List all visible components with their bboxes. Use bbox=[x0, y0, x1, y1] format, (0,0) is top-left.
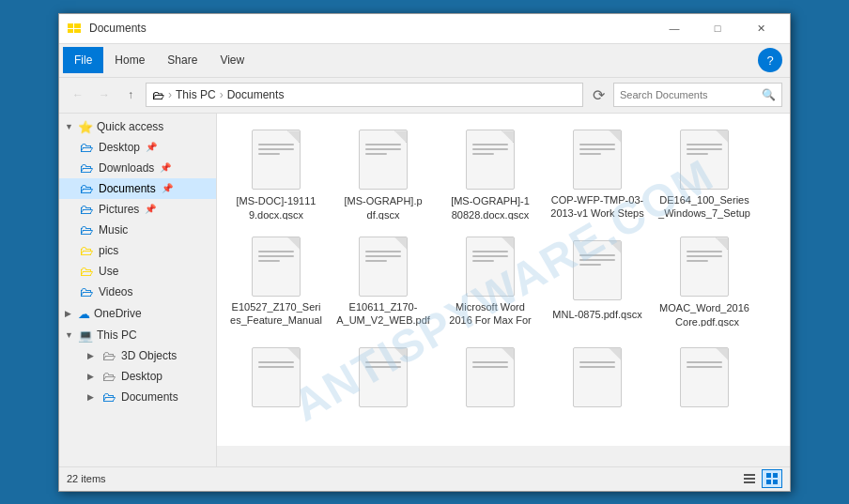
file-name: [MS-OGRAPH].pdf.qscx bbox=[344, 194, 422, 219]
doc-line bbox=[472, 148, 508, 150]
nav-back-button[interactable]: ← bbox=[67, 84, 89, 106]
doc-line bbox=[687, 153, 708, 155]
this-pc-label: This PC bbox=[97, 328, 137, 342]
doc-lines bbox=[258, 361, 294, 371]
doc-line bbox=[365, 366, 401, 368]
file-item[interactable]: MOAC_Word_2016_Core.pdf.qscx bbox=[653, 228, 756, 331]
large-icon-view-button[interactable] bbox=[762, 469, 782, 488]
file-item[interactable]: [MS-DOC]-191119.docx.qscx bbox=[224, 121, 328, 224]
doc-line bbox=[258, 366, 294, 368]
doc-line bbox=[687, 260, 708, 262]
pin-icon: 📌 bbox=[145, 204, 156, 214]
sidebar-item-documents[interactable]: 🗁 Documents 📌 bbox=[59, 178, 216, 199]
document-icon bbox=[252, 130, 301, 190]
sidebar-item-label: Music bbox=[99, 223, 128, 237]
svg-rect-10 bbox=[773, 480, 778, 484]
refresh-button[interactable]: ⟳ bbox=[587, 84, 610, 106]
file-name: E10611_Z170-A_UM_V2_WEB.pdf.qscx bbox=[336, 300, 430, 327]
sidebar-item-3dobjects[interactable]: ▶ 🗁 3D Objects bbox=[59, 345, 216, 366]
search-box[interactable]: 🔍 bbox=[613, 83, 782, 107]
doc-line bbox=[472, 251, 508, 252]
file-icon-wrap bbox=[569, 237, 625, 304]
sidebar-item-videos[interactable]: 🗁 Videos bbox=[59, 282, 216, 302]
this-pc-header[interactable]: ▼ 💻 This PC bbox=[59, 326, 216, 345]
doc-line bbox=[258, 260, 280, 262]
list-view-button[interactable] bbox=[739, 469, 760, 488]
sidebar-item-downloads[interactable]: 🗁 Downloads 📌 bbox=[59, 158, 216, 178]
sidebar-item-label: Videos bbox=[99, 285, 132, 298]
doc-line bbox=[579, 153, 601, 155]
folder-icon: 🗁 bbox=[80, 140, 93, 155]
file-item[interactable]: [MS-OGRAPH].pdf.qscx bbox=[332, 121, 435, 224]
file-item[interactable]: [MS-OGRAPH]-180828.docx.qscx bbox=[439, 121, 542, 224]
view-buttons[interactable] bbox=[739, 469, 782, 488]
file-item[interactable] bbox=[546, 335, 649, 438]
file-item[interactable]: MNL-0875.pdf.qscx bbox=[546, 228, 649, 331]
menu-share[interactable]: Share bbox=[156, 47, 208, 73]
doc-lines bbox=[687, 144, 722, 158]
file-item[interactable] bbox=[653, 335, 756, 438]
doc-line bbox=[365, 361, 401, 363]
doc-line bbox=[365, 251, 401, 252]
nav-up-button[interactable]: ↑ bbox=[119, 84, 142, 106]
pin-icon: 📌 bbox=[146, 142, 157, 152]
file-item[interactable]: Microsoft Word 2016 For Max For Legal Pr… bbox=[439, 228, 542, 331]
sidebar-item-desktop[interactable]: 🗁 Desktop 📌 bbox=[59, 137, 216, 158]
folder-icon: 🗁 bbox=[80, 222, 93, 237]
doc-lines bbox=[472, 144, 508, 158]
svg-rect-0 bbox=[68, 23, 73, 28]
menu-view[interactable]: View bbox=[208, 47, 255, 73]
help-button[interactable]: ? bbox=[758, 48, 782, 72]
onedrive-header[interactable]: ▶ ☁ OneDrive bbox=[59, 304, 216, 324]
maximize-button[interactable]: □ bbox=[696, 13, 739, 43]
doc-line bbox=[579, 148, 615, 150]
sidebar-item-desktop2[interactable]: ▶ 🗁 Desktop bbox=[59, 366, 216, 387]
document-icon bbox=[573, 130, 622, 190]
file-icon-wrap bbox=[462, 237, 518, 297]
menu-bar: File Home Share View ? bbox=[59, 44, 790, 78]
minimize-button[interactable]: — bbox=[653, 13, 696, 43]
file-item[interactable]: E10527_Z170_Series_Feature_Manual_UM_WEB… bbox=[224, 228, 328, 331]
path-separator2: › bbox=[220, 88, 224, 101]
doc-lines bbox=[472, 251, 508, 265]
doc-lines bbox=[365, 144, 401, 158]
address-bar[interactable]: 🗁 › This PC › Documents bbox=[146, 83, 583, 107]
doc-lines bbox=[258, 144, 294, 158]
sidebar: ▼ ⭐ Quick access 🗁 Desktop 📌 🗁 Downloads… bbox=[59, 114, 217, 466]
doc-line bbox=[579, 264, 601, 266]
svg-rect-6 bbox=[744, 481, 755, 483]
folder-icon: 🗁 bbox=[102, 369, 116, 384]
sidebar-item-pictures[interactable]: 🗁 Pictures 📌 bbox=[59, 199, 216, 220]
doc-line bbox=[472, 366, 508, 368]
nav-forward-button[interactable]: → bbox=[93, 84, 116, 106]
file-icon-wrap bbox=[355, 237, 411, 297]
file-item[interactable] bbox=[439, 335, 542, 438]
nav-bar: ← → ↑ 🗁 › This PC › Documents ⟳ 🔍 bbox=[59, 78, 790, 114]
sidebar-item-label: Desktop bbox=[99, 141, 140, 154]
doc-lines bbox=[579, 254, 615, 268]
menu-home[interactable]: Home bbox=[103, 47, 156, 73]
chevron-down-icon2: ▼ bbox=[65, 330, 74, 340]
file-item[interactable]: COP-WFP-TMP-03-2013-v1 Work Steps Report… bbox=[546, 121, 649, 224]
window-controls[interactable]: — □ ✕ bbox=[653, 13, 782, 43]
search-input[interactable] bbox=[620, 89, 758, 100]
file-item[interactable]: DE164_100_Series_Windows_7_Setup_Guide_p… bbox=[653, 121, 756, 224]
title-bar: Documents — □ ✕ bbox=[59, 14, 790, 44]
file-area-wrapper: ANTISPYWARE.COM bbox=[217, 114, 790, 466]
file-item[interactable] bbox=[332, 335, 435, 438]
sidebar-item-documents2[interactable]: ▶ 🗁 Documents bbox=[59, 387, 216, 407]
sidebar-item-music[interactable]: 🗁 Music bbox=[59, 220, 216, 240]
file-item[interactable] bbox=[224, 335, 328, 438]
main-content: ▼ ⭐ Quick access 🗁 Desktop 📌 🗁 Downloads… bbox=[59, 114, 790, 466]
document-icon bbox=[573, 240, 622, 300]
quick-access-header[interactable]: ▼ ⭐ Quick access bbox=[59, 117, 216, 137]
file-item[interactable]: E10611_Z170-A_UM_V2_WEB.pdf.qscx bbox=[332, 228, 435, 331]
menu-file[interactable]: File bbox=[63, 47, 103, 73]
svg-rect-7 bbox=[766, 473, 771, 478]
sidebar-item-use[interactable]: 🗁 Use bbox=[59, 261, 216, 282]
close-button[interactable]: ✕ bbox=[739, 13, 782, 43]
doc-line bbox=[472, 260, 494, 262]
sidebar-item-pics[interactable]: 🗁 pics bbox=[59, 240, 216, 261]
chevron-right-icon2: ▶ bbox=[87, 351, 97, 360]
quick-access-icon: ⭐ bbox=[78, 120, 93, 134]
